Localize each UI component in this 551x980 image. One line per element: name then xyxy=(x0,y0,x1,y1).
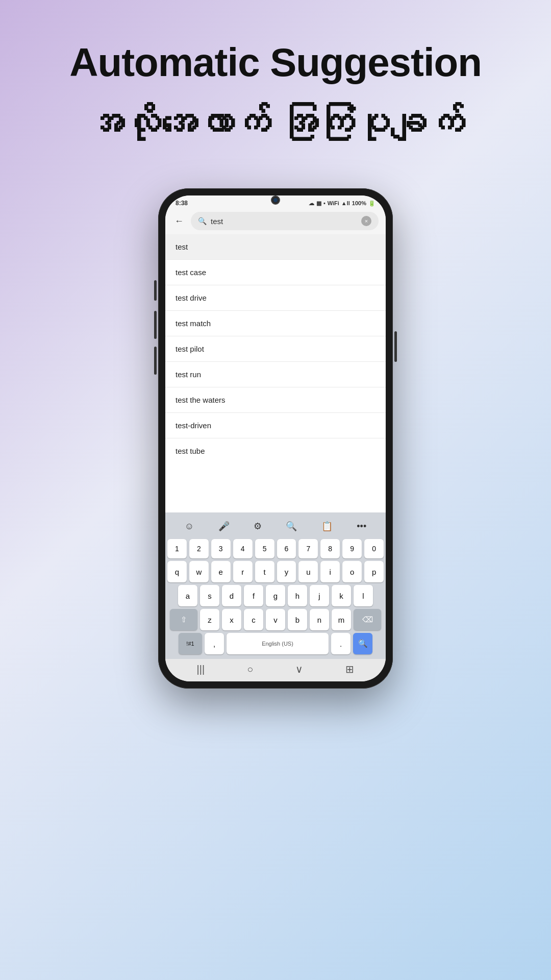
key-l[interactable]: l xyxy=(354,585,373,606)
key-0[interactable]: 0 xyxy=(364,539,384,558)
recent-apps-button[interactable]: ||| xyxy=(197,664,205,675)
signal-icon: ▲ll xyxy=(341,200,350,206)
key-v[interactable]: v xyxy=(266,609,285,630)
period-button[interactable]: . xyxy=(331,633,350,654)
key-m[interactable]: m xyxy=(332,609,351,630)
more-button[interactable]: ••• xyxy=(353,519,370,534)
key-a[interactable]: a xyxy=(178,585,197,606)
key-e[interactable]: e xyxy=(211,561,231,582)
notification-dot: • xyxy=(323,200,325,206)
key-t[interactable]: t xyxy=(255,561,274,582)
number-row: 1 2 3 4 5 6 7 8 9 0 xyxy=(167,539,384,558)
search-enter-button[interactable]: 🔍 xyxy=(353,633,372,654)
key-y[interactable]: y xyxy=(277,561,296,582)
key-k[interactable]: k xyxy=(332,585,351,606)
suggestion-item[interactable]: test case xyxy=(165,260,386,285)
key-d[interactable]: d xyxy=(222,585,241,606)
battery-text: 100% xyxy=(352,200,366,206)
keyboard-switch-button[interactable]: ⊞ xyxy=(345,663,354,675)
suggestion-item[interactable]: test match xyxy=(165,311,386,336)
page-title: Automatic Suggestion xyxy=(31,41,520,85)
comma-button[interactable]: , xyxy=(205,633,224,654)
key-b[interactable]: b xyxy=(288,609,307,630)
key-g[interactable]: g xyxy=(266,585,285,606)
suggestion-item[interactable]: test run xyxy=(165,362,386,387)
suggestion-item[interactable]: test-driven xyxy=(165,413,386,438)
key-u[interactable]: u xyxy=(298,561,318,582)
key-8[interactable]: 8 xyxy=(320,539,340,558)
suggestion-item[interactable]: test drive xyxy=(165,285,386,311)
key-c[interactable]: c xyxy=(244,609,263,630)
zxcv-row: ⇧ z x c v b n m ⌫ xyxy=(167,609,384,630)
key-7[interactable]: 7 xyxy=(298,539,318,558)
key-j[interactable]: j xyxy=(310,585,329,606)
qwerty-row: q w e r t y u i o p xyxy=(167,561,384,582)
clipboard-button[interactable]: 📋 xyxy=(317,519,337,534)
power-button xyxy=(394,331,397,362)
suggestion-item[interactable]: test xyxy=(165,234,386,260)
status-icons: ☁ ▦ • WiFi ▲ll 100% 🔋 xyxy=(309,200,375,207)
front-camera xyxy=(271,195,280,205)
keyboard: ☺ 🎤 ⚙ 🔍 📋 ••• 1 2 3 4 5 6 7 8 xyxy=(165,512,386,659)
cloud-icon: ☁ xyxy=(309,200,314,207)
key-i[interactable]: i xyxy=(320,561,340,582)
delete-button[interactable]: ⌫ xyxy=(354,609,381,630)
page-subtitle: အလိုအလောက် အကြံပြုချက် xyxy=(31,100,520,148)
search-input-container[interactable]: 🔍 test × xyxy=(191,212,379,230)
sym-button[interactable]: !#1 xyxy=(179,633,202,654)
search-input[interactable]: test xyxy=(211,217,357,226)
search-bar: ← 🔍 test × xyxy=(165,209,386,234)
suggestion-item[interactable]: test tube xyxy=(165,438,386,463)
shift-button[interactable]: ⇧ xyxy=(170,609,197,630)
key-x[interactable]: x xyxy=(222,609,241,630)
key-z[interactable]: z xyxy=(200,609,219,630)
key-p[interactable]: p xyxy=(364,561,384,582)
volume-down-button xyxy=(154,311,157,339)
emoji-button[interactable]: ☺ xyxy=(181,519,198,534)
key-o[interactable]: o xyxy=(342,561,362,582)
key-2[interactable]: 2 xyxy=(189,539,209,558)
calendar-icon: ▦ xyxy=(316,200,321,207)
phone-screen: 8:38 ☁ ▦ • WiFi ▲ll 100% 🔋 ← 🔍 test × xyxy=(165,195,386,681)
key-1[interactable]: 1 xyxy=(167,539,187,558)
key-n[interactable]: n xyxy=(310,609,329,630)
keyboard-toolbar: ☺ 🎤 ⚙ 🔍 📋 ••• xyxy=(167,516,384,537)
search-button[interactable]: 🔍 xyxy=(282,519,301,534)
suggestion-item[interactable]: test pilot xyxy=(165,336,386,362)
key-f[interactable]: f xyxy=(244,585,263,606)
asdf-row: a s d f g h j k l xyxy=(167,585,384,606)
bottom-row: !#1 , English (US) . 🔍 xyxy=(167,633,384,654)
key-9[interactable]: 9 xyxy=(342,539,362,558)
settings-button[interactable]: ⚙ xyxy=(249,519,266,534)
search-icon: 🔍 xyxy=(198,217,207,225)
mic-button[interactable]: 🎤 xyxy=(214,519,234,534)
volume-up-button xyxy=(154,280,157,301)
key-w[interactable]: w xyxy=(189,561,209,582)
key-6[interactable]: 6 xyxy=(277,539,296,558)
phone-mockup: 8:38 ☁ ▦ • WiFi ▲ll 100% 🔋 ← 🔍 test × xyxy=(158,188,393,689)
clear-button[interactable]: × xyxy=(361,216,371,226)
home-button[interactable]: ○ xyxy=(247,664,253,675)
bixby-button xyxy=(154,347,157,375)
key-h[interactable]: h xyxy=(288,585,307,606)
back-button[interactable]: ← xyxy=(172,214,186,229)
nav-bar: ||| ○ ∨ ⊞ xyxy=(165,659,386,681)
status-time: 8:38 xyxy=(176,200,188,207)
key-3[interactable]: 3 xyxy=(211,539,231,558)
key-s[interactable]: s xyxy=(200,585,219,606)
suggestion-list: test test case test drive test match tes… xyxy=(165,234,386,512)
suggestion-item[interactable]: test the waters xyxy=(165,387,386,413)
key-5[interactable]: 5 xyxy=(255,539,274,558)
battery-icon: 🔋 xyxy=(368,200,375,207)
key-q[interactable]: q xyxy=(167,561,187,582)
wifi-icon: WiFi xyxy=(328,200,339,206)
key-r[interactable]: r xyxy=(233,561,253,582)
key-4[interactable]: 4 xyxy=(233,539,253,558)
back-nav-button[interactable]: ∨ xyxy=(295,663,303,675)
space-button[interactable]: English (US) xyxy=(227,633,329,654)
